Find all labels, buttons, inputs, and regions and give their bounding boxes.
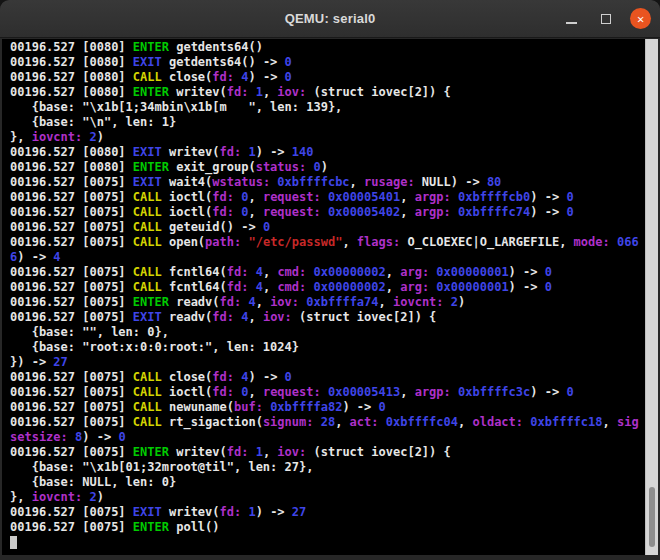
terminal-cursor xyxy=(10,536,17,549)
minimize-icon xyxy=(566,22,577,24)
terminal-line: {base: "\x1b[1;34mbin\x1b[m ", len: 139}… xyxy=(10,100,645,115)
terminal-line: }, iovcnt: 2) xyxy=(10,130,645,145)
terminal-line: 00196.527 [0075] CALL close(fd: 4) -> 0 xyxy=(10,370,645,385)
maximize-icon xyxy=(601,14,611,24)
terminal-line: setsize: 8) -> 0 xyxy=(10,430,645,445)
terminal-line: 00196.527 [0075] EXIT readv(fd: 4, iov: … xyxy=(10,310,645,325)
terminal-line: }, iovcnt: 2) xyxy=(10,490,645,505)
terminal-line: 00196.527 [0075] ENTER poll() xyxy=(10,520,645,535)
terminal-line: {base: "root:x:0:0:root:", len: 1024} xyxy=(10,340,645,355)
terminal-line: 00196.527 [0080] EXIT getdents64() -> 0 xyxy=(10,55,645,70)
terminal-line: 00196.527 [0075] CALL fcntl64(fd: 4, cmd… xyxy=(10,280,645,295)
scrollbar-track[interactable] xyxy=(645,39,658,555)
terminal-cursor-line xyxy=(10,535,645,550)
window-controls: ✕ xyxy=(560,0,651,37)
window-title: QEMU: serial0 xyxy=(285,11,376,26)
terminal-line: 6) -> 4 xyxy=(10,250,645,265)
terminal-line: 00196.527 [0075] CALL geteuid() -> 0 xyxy=(10,220,645,235)
maximize-button[interactable] xyxy=(595,8,617,30)
scrollbar-thumb[interactable] xyxy=(649,487,655,547)
terminal-line: 00196.527 [0075] ENTER writev(fd: 1, iov… xyxy=(10,445,645,460)
terminal-output[interactable]: 00196.527 [0080] ENTER getdents64()00196… xyxy=(2,39,645,555)
terminal-line: 00196.527 [0080] ENTER exit_group(status… xyxy=(10,160,645,175)
terminal-line: 00196.527 [0080] CALL close(fd: 4) -> 0 xyxy=(10,70,645,85)
close-button[interactable]: ✕ xyxy=(630,8,651,29)
minimize-button[interactable] xyxy=(560,8,582,30)
terminal-line: {base: "\x1b[01;32mroot@til", len: 27}, xyxy=(10,460,645,475)
terminal-line: 00196.527 [0080] ENTER getdents64() xyxy=(10,40,645,55)
terminal-line: 00196.527 [0075] CALL fcntl64(fd: 4, cmd… xyxy=(10,265,645,280)
terminal-line: 00196.527 [0075] ENTER readv(fd: 4, iov:… xyxy=(10,295,645,310)
terminal-line: 00196.527 [0080] ENTER writev(fd: 1, iov… xyxy=(10,85,645,100)
terminal-line: }) -> 27 xyxy=(10,355,645,370)
terminal-line: {base: NULL, len: 0} xyxy=(10,475,645,490)
terminal-line: 00196.527 [0080] EXIT writev(fd: 1) -> 1… xyxy=(10,145,645,160)
terminal-line: 00196.527 [0075] EXIT writev(fd: 1) -> 2… xyxy=(10,505,645,520)
close-icon: ✕ xyxy=(637,12,644,24)
terminal-line: 00196.527 [0075] CALL ioctl(fd: 0, reque… xyxy=(10,205,645,220)
terminal-line: {base: "", len: 0}, xyxy=(10,325,645,340)
qemu-window: QEMU: serial0 ✕ 00196.527 [0080] ENTER g… xyxy=(0,0,660,560)
terminal-line: {base: "\n", len: 1} xyxy=(10,115,645,130)
terminal-line: 00196.527 [0075] CALL open(path: "/etc/p… xyxy=(10,235,645,250)
terminal-line: 00196.527 [0075] CALL newuname(buf: 0xbf… xyxy=(10,400,645,415)
terminal-line: 00196.527 [0075] CALL rt_sigaction(signu… xyxy=(10,415,645,430)
terminal-area: 00196.527 [0080] ENTER getdents64()00196… xyxy=(2,39,658,555)
terminal-line: 00196.527 [0075] CALL ioctl(fd: 0, reque… xyxy=(10,385,645,400)
titlebar[interactable]: QEMU: serial0 ✕ xyxy=(0,0,660,38)
terminal-line: 00196.527 [0075] EXIT wait4(wstatus: 0xb… xyxy=(10,175,645,190)
terminal-line: 00196.527 [0075] CALL ioctl(fd: 0, reque… xyxy=(10,190,645,205)
